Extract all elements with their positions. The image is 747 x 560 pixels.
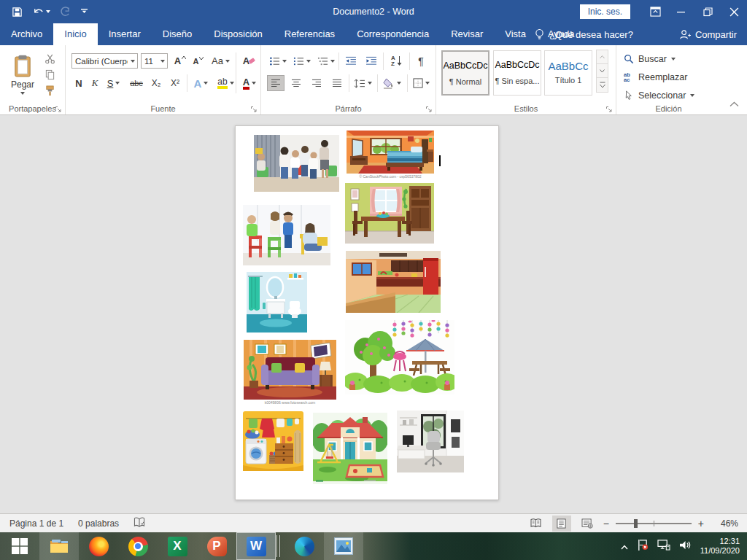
proofing-icon[interactable] xyxy=(133,517,145,530)
increase-indent-button[interactable] xyxy=(362,53,380,69)
align-left-button[interactable] xyxy=(267,75,285,91)
tell-me-box[interactable]: ¿Qué desea hacer? xyxy=(535,23,633,45)
word-taskbar-icon[interactable]: W xyxy=(236,532,276,560)
firefox-taskbar-icon[interactable] xyxy=(79,532,118,560)
tab-diseno[interactable]: Diseño xyxy=(152,23,203,45)
bullets-button[interactable] xyxy=(267,53,288,69)
styles-dialog-launcher[interactable] xyxy=(605,104,614,112)
security-flag-icon[interactable] xyxy=(637,539,649,554)
restore-button[interactable] xyxy=(694,0,721,23)
styles-scroll-down[interactable] xyxy=(596,63,608,78)
font-family-combobox[interactable]: Calibri (Cuerpo xyxy=(71,53,138,69)
image-home-office[interactable] xyxy=(397,411,464,472)
replace-button[interactable]: ab ac Reemplazar xyxy=(624,71,687,84)
superscript-button[interactable]: X² xyxy=(166,75,184,91)
ribbon-display-options-icon[interactable] xyxy=(642,0,668,23)
tab-correspondencia[interactable]: Correspondencia xyxy=(346,23,440,45)
chrome-taskbar-icon[interactable] xyxy=(118,532,158,560)
image-garden[interactable] xyxy=(345,320,454,394)
underline-button[interactable]: S xyxy=(104,75,123,91)
share-button[interactable]: Compartir xyxy=(679,23,737,45)
image-laundry-room[interactable] xyxy=(243,411,303,471)
shading-button[interactable] xyxy=(380,75,404,91)
copy-icon[interactable] xyxy=(41,68,58,82)
paste-button[interactable]: Pegar xyxy=(7,50,38,99)
align-center-button[interactable] xyxy=(287,75,305,91)
minimize-button[interactable] xyxy=(668,0,694,23)
taskbar-clock[interactable]: 12:31 11/09/2020 xyxy=(700,537,740,556)
hidden-icons-chevron[interactable] xyxy=(621,540,628,553)
close-button[interactable] xyxy=(721,0,747,23)
text-highlight-button[interactable]: ab xyxy=(214,75,237,91)
zoom-level[interactable]: 46% xyxy=(711,518,738,529)
tab-disposicion[interactable]: Disposición xyxy=(203,23,273,45)
clear-formatting-button[interactable]: A xyxy=(239,53,259,69)
style-no-spacing[interactable]: AaBbCcDc ¶ Sin espa... xyxy=(493,50,541,96)
font-color-button[interactable]: A xyxy=(240,75,259,91)
document-page[interactable]: © CanStockPhoto.com - csp56537802 xyxy=(235,125,499,500)
subscript-button[interactable]: X₂ xyxy=(147,75,165,91)
font-size-combobox[interactable]: 11 xyxy=(141,53,168,69)
collapse-ribbon-icon[interactable] xyxy=(729,97,739,110)
tab-vista[interactable]: Vista xyxy=(494,23,537,45)
zoom-slider-thumb[interactable] xyxy=(634,519,638,528)
save-icon[interactable] xyxy=(12,4,23,19)
photos-taskbar-icon[interactable] xyxy=(324,532,363,560)
image-children-chairs[interactable] xyxy=(243,205,330,265)
image-bedroom[interactable]: © CanStockPhoto.com - csp56537802 xyxy=(347,131,434,179)
show-marks-button[interactable]: ¶ xyxy=(412,53,430,69)
style-heading1[interactable]: AaBbCc Título 1 xyxy=(544,50,592,96)
tab-archivo[interactable]: Archivo xyxy=(0,23,53,45)
image-dining-room[interactable] xyxy=(345,183,434,244)
strikethrough-button[interactable]: abc xyxy=(127,75,146,91)
tab-referencias[interactable]: Referencias xyxy=(274,23,346,45)
find-button[interactable]: Buscar xyxy=(624,52,676,66)
italic-button[interactable]: K xyxy=(88,75,102,91)
file-explorer-taskbar-icon[interactable] xyxy=(39,532,79,560)
zoom-out-button[interactable]: − xyxy=(603,518,609,529)
image-living-room[interactable]: k0049806 www.fotosearch.com xyxy=(244,340,336,405)
clipboard-dialog-launcher[interactable] xyxy=(55,104,63,112)
sort-button[interactable]: A Z xyxy=(386,53,407,69)
edge-taskbar-icon[interactable] xyxy=(285,532,324,560)
line-spacing-button[interactable] xyxy=(352,75,374,91)
text-effects-button[interactable]: A xyxy=(190,75,212,91)
word-count[interactable]: 0 palabras xyxy=(78,518,119,529)
start-button[interactable] xyxy=(0,532,39,560)
print-layout-button[interactable] xyxy=(552,516,571,532)
align-right-button[interactable] xyxy=(308,75,325,91)
network-icon[interactable] xyxy=(657,539,670,553)
tab-insertar[interactable]: Insertar xyxy=(98,23,152,45)
style-normal[interactable]: AaBbCcDc ¶ Normal xyxy=(441,50,489,96)
paragraph-dialog-launcher[interactable] xyxy=(425,104,433,112)
multilevel-list-button[interactable] xyxy=(315,53,336,69)
web-layout-button[interactable] xyxy=(578,516,597,532)
powerpoint-taskbar-icon[interactable]: P xyxy=(197,532,236,560)
format-painter-icon[interactable] xyxy=(41,84,58,98)
numbering-button[interactable] xyxy=(291,53,312,69)
image-bathroom[interactable] xyxy=(247,272,307,332)
shrink-font-button[interactable]: A xyxy=(190,53,206,69)
grow-font-button[interactable]: A xyxy=(171,53,189,69)
image-house-exterior[interactable] xyxy=(313,413,387,484)
zoom-in-button[interactable]: + xyxy=(698,518,704,529)
tab-revisar[interactable]: Revisar xyxy=(440,23,494,45)
tab-inicio[interactable]: Inicio xyxy=(53,23,97,45)
undo-icon[interactable] xyxy=(32,4,50,19)
volume-icon[interactable] xyxy=(679,540,692,553)
customize-qat-icon[interactable] xyxy=(80,4,88,19)
image-kitchen[interactable] xyxy=(346,251,441,313)
excel-taskbar-icon[interactable]: X xyxy=(158,532,197,560)
sign-in-button[interactable]: Inic. ses. xyxy=(580,4,630,19)
page-count[interactable]: Página 1 de 1 xyxy=(9,518,63,529)
zoom-slider[interactable] xyxy=(616,523,692,524)
styles-scroll-up[interactable] xyxy=(596,50,608,64)
styles-gallery-more[interactable] xyxy=(596,77,608,93)
bold-button[interactable]: N xyxy=(71,75,86,91)
borders-button[interactable] xyxy=(410,75,433,91)
document-area[interactable]: © CanStockPhoto.com - csp56537802 xyxy=(0,115,747,513)
redo-icon[interactable] xyxy=(60,4,71,19)
cut-icon[interactable] xyxy=(41,52,58,66)
read-mode-button[interactable] xyxy=(527,516,546,532)
justify-button[interactable] xyxy=(328,75,346,91)
